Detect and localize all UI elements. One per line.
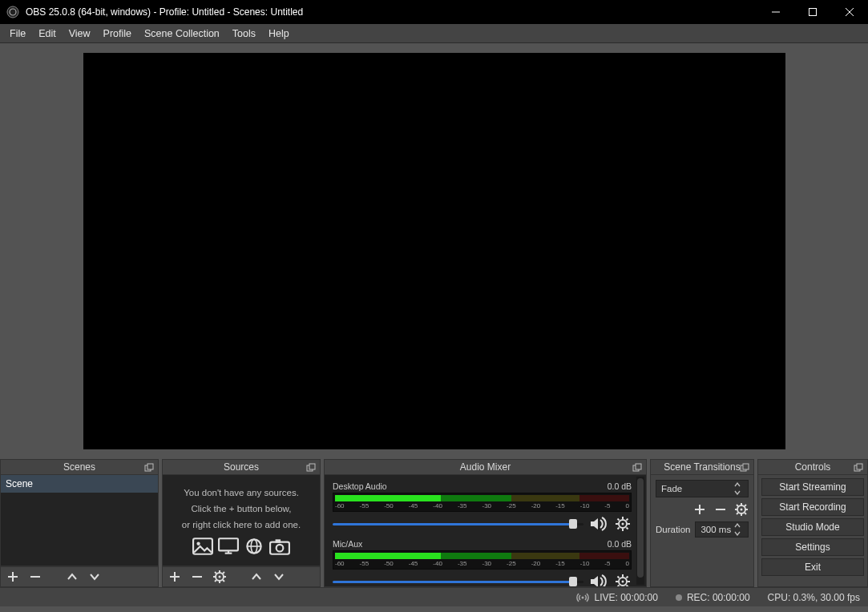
transitions-dock-title: Scene Transitions: [650, 459, 754, 475]
image-icon: [192, 538, 213, 555]
tick: -30: [482, 560, 491, 567]
duration-input[interactable]: 300 ms: [695, 521, 749, 538]
tick: -15: [555, 560, 565, 567]
source-move-down-button[interactable]: [272, 570, 286, 584]
svg-rect-22: [276, 539, 281, 542]
mixer-channel-mic-aux: Mic/Aux 0.0 dB -60-55-50-45-40-35-30-25-…: [333, 539, 632, 587]
tick: -45: [409, 560, 418, 567]
scene-remove-button[interactable]: [28, 570, 42, 584]
transition-remove-button[interactable]: [713, 502, 728, 517]
transition-selected: Fade: [661, 484, 682, 493]
tick: -35: [458, 560, 467, 567]
channel-level: 0.0 dB: [608, 481, 632, 491]
scene-add-button[interactable]: [6, 570, 20, 584]
maximize-button[interactable]: [794, 0, 831, 24]
svg-line-75: [737, 513, 738, 514]
transition-settings-button[interactable]: [734, 502, 749, 517]
mute-button[interactable]: [590, 517, 608, 531]
scenes-dock-title: Scenes: [0, 459, 159, 475]
volume-slider[interactable]: [333, 521, 583, 526]
channel-settings-button[interactable]: [614, 517, 632, 531]
studio-mode-button[interactable]: Studio Mode: [761, 518, 864, 536]
obs-logo-icon: [6, 6, 19, 18]
svg-line-47: [627, 528, 628, 529]
svg-point-41: [622, 523, 624, 525]
svg-point-28: [219, 576, 221, 578]
menu-tools[interactable]: Tools: [226, 24, 262, 43]
start-recording-button[interactable]: Start Recording: [761, 498, 864, 516]
sources-dock-title: Sources: [162, 459, 321, 475]
mixer-popout-icon[interactable]: [632, 462, 643, 473]
sources-hint-icons: [192, 538, 290, 555]
svg-line-33: [215, 572, 216, 574]
scene-transitions-dock: Scene Transitions Fade Duration 300 ms: [650, 459, 754, 587]
status-rec: REC: 00:00:00: [676, 592, 750, 603]
svg-line-48: [627, 519, 628, 521]
menu-profile[interactable]: Profile: [97, 24, 138, 43]
broadcast-icon: [576, 593, 589, 602]
channel-settings-button[interactable]: [614, 574, 632, 587]
sources-list[interactable]: You don't have any sources. Click the + …: [162, 475, 321, 566]
channel-meter: -60-55-50-45-40-35-30-25-20-15-10-50: [333, 493, 632, 512]
menu-help[interactable]: Help: [262, 24, 296, 43]
volume-slider[interactable]: [333, 579, 583, 584]
source-add-button[interactable]: [168, 570, 182, 584]
settings-button[interactable]: Settings: [761, 538, 864, 556]
sources-popout-icon[interactable]: [305, 462, 317, 473]
tick: -20: [531, 502, 541, 509]
source-remove-button[interactable]: [190, 570, 204, 584]
mute-button[interactable]: [590, 574, 608, 587]
tick: -40: [433, 560, 442, 567]
svg-line-58: [627, 586, 628, 587]
scene-item[interactable]: Scene: [1, 475, 158, 493]
svg-line-59: [627, 577, 628, 578]
record-dot-icon: [676, 594, 682, 601]
svg-line-46: [618, 519, 620, 521]
menu-bar: File Edit View Profile Scene Collection …: [0, 24, 868, 43]
tick: -40: [433, 502, 442, 509]
close-button[interactable]: [831, 0, 868, 24]
svg-point-23: [277, 544, 284, 551]
tick: -35: [458, 502, 467, 509]
scenes-list[interactable]: Scene: [0, 475, 159, 566]
tick: -10: [580, 502, 590, 509]
menu-edit[interactable]: Edit: [32, 24, 63, 43]
svg-rect-77: [857, 464, 862, 469]
scenes-popout-icon[interactable]: [143, 462, 155, 473]
svg-rect-62: [743, 464, 749, 469]
tick: -30: [482, 502, 491, 509]
transition-add-button[interactable]: [692, 502, 707, 517]
status-rec-text: REC: 00:00:00: [687, 592, 750, 603]
tick: -60: [335, 502, 345, 509]
tick: -55: [360, 502, 369, 509]
tick: -5: [604, 560, 610, 567]
menu-scene-collection[interactable]: Scene Collection: [138, 24, 226, 43]
chevron-updown-icon: [732, 521, 743, 538]
scene-move-up-button[interactable]: [65, 570, 79, 584]
svg-marker-50: [591, 576, 598, 587]
menu-view[interactable]: View: [63, 24, 97, 43]
svg-line-34: [223, 580, 224, 582]
start-streaming-button[interactable]: Start Streaming: [761, 478, 864, 496]
exit-button[interactable]: Exit: [761, 558, 864, 576]
window-titlebar: OBS 25.0.8 (64-bit, windows) - Profile: …: [0, 0, 868, 24]
minimize-button[interactable]: [757, 0, 794, 24]
transitions-popout-icon[interactable]: [739, 462, 750, 473]
mixer-scrollbar[interactable]: [636, 477, 644, 585]
controls-popout-icon[interactable]: [853, 462, 864, 473]
preview-canvas[interactable]: [83, 53, 785, 449]
transition-select[interactable]: Fade: [656, 480, 749, 497]
scene-move-down-button[interactable]: [87, 570, 102, 584]
svg-line-72: [737, 505, 738, 506]
svg-rect-13: [193, 538, 212, 554]
source-properties-button[interactable]: [212, 570, 227, 584]
tick: -10: [580, 560, 590, 567]
menu-file[interactable]: File: [3, 24, 32, 43]
source-move-up-button[interactable]: [249, 570, 264, 584]
svg-rect-38: [636, 464, 641, 469]
transitions-title-text: Scene Transitions: [664, 461, 740, 473]
svg-line-73: [745, 513, 746, 514]
status-cpu-text: CPU: 0.3%, 30.00 fps: [768, 592, 860, 603]
sources-title-text: Sources: [224, 461, 259, 473]
status-live-text: LIVE: 00:00:00: [594, 592, 657, 603]
